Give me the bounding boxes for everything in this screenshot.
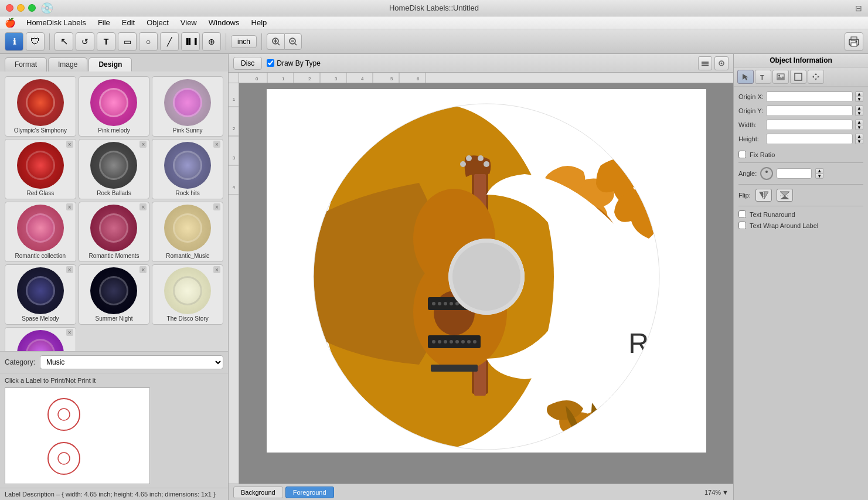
- text-wrap-label[interactable]: Text Wrap Around Label: [750, 222, 818, 229]
- zoom-window-button[interactable]: [28, 4, 36, 12]
- menu-file[interactable]: File: [93, 17, 115, 28]
- zoom-in-button[interactable]: [267, 33, 284, 50]
- draw-by-type-label[interactable]: Draw By Type: [267, 59, 320, 67]
- apple-menu[interactable]: 🍎: [5, 18, 16, 28]
- tab-image[interactable]: Image: [48, 57, 87, 72]
- obj-icon-move[interactable]: [808, 70, 824, 84]
- zoom-dropdown-icon[interactable]: ▼: [722, 489, 729, 496]
- line-tool[interactable]: ╱: [160, 32, 179, 51]
- tab-design[interactable]: Design: [88, 57, 132, 72]
- text-wrap-checkbox[interactable]: [738, 222, 746, 229]
- design-item-summer-night[interactable]: × Summer Night: [79, 264, 150, 325]
- info-button[interactable]: ℹ: [5, 32, 23, 51]
- close-button[interactable]: [6, 4, 13, 12]
- view-icon-btn[interactable]: [714, 56, 729, 70]
- width-input[interactable]: [766, 120, 853, 130]
- print-preview: [5, 387, 150, 484]
- angle-stepper: ▲ ▼: [815, 168, 823, 179]
- rect-tool[interactable]: ▭: [118, 32, 137, 51]
- obj-icon-image[interactable]: [772, 70, 789, 84]
- layers-icon-btn[interactable]: [698, 56, 712, 70]
- angle-down[interactable]: ▼: [815, 174, 823, 179]
- text-tool[interactable]: T: [97, 32, 115, 51]
- tab-foreground[interactable]: Foreground: [285, 487, 334, 498]
- origin-y-input[interactable]: [766, 106, 853, 116]
- width-up[interactable]: ▲: [855, 120, 863, 125]
- close-disco-story[interactable]: ×: [213, 266, 220, 273]
- ruler-corner: [229, 73, 239, 83]
- width-down[interactable]: ▼: [855, 125, 863, 130]
- menu-edit[interactable]: Edit: [117, 17, 139, 28]
- tab-background[interactable]: Background: [233, 487, 283, 498]
- design-item-pink-melody[interactable]: Pink melody: [79, 76, 150, 137]
- barcode-tool[interactable]: ▐▌▐: [181, 32, 200, 51]
- close-spase-melody[interactable]: ×: [66, 266, 73, 273]
- close-rock-ballads[interactable]: ×: [139, 141, 147, 148]
- design-item-romantic-collection[interactable]: × Romantic collection: [5, 202, 76, 262]
- design-item-spase-melody[interactable]: × Spase Melody: [5, 264, 76, 325]
- origin-x-up[interactable]: ▲: [855, 91, 863, 97]
- zoom-level-text: 174%: [704, 489, 721, 496]
- close-summer-night[interactable]: ×: [139, 266, 147, 273]
- flip-horizontal-button[interactable]: [755, 189, 772, 202]
- design-item-rock-ballads[interactable]: × Rock Ballads: [79, 139, 150, 199]
- stamp-tool[interactable]: ⊕: [202, 32, 221, 51]
- minimize-icon[interactable]: ⊟: [855, 4, 862, 13]
- origin-x-down[interactable]: ▼: [855, 97, 863, 102]
- design-scroll-area[interactable]: Olympic's Simphony Pink melody Pink Sunn…: [0, 72, 228, 351]
- design-label-romantic-collection: Romantic collection: [8, 253, 73, 259]
- design-item-violet-step[interactable]: × Violet by Step: [5, 327, 76, 351]
- draw-by-type-text: Draw By Type: [277, 59, 320, 67]
- rotate-tool[interactable]: ↺: [76, 32, 94, 51]
- close-rock-hits[interactable]: ×: [213, 141, 220, 148]
- category-select[interactable]: Music Movies Games Software Other: [40, 355, 223, 369]
- draw-by-type-checkbox[interactable]: [267, 59, 274, 67]
- disc-preview-1[interactable]: [46, 397, 81, 433]
- design-item-pink-sunny[interactable]: Pink Sunny: [152, 76, 223, 137]
- close-romantic-moments[interactable]: ×: [139, 203, 147, 210]
- angle-up[interactable]: ▲: [815, 168, 823, 174]
- text-runaround-checkbox[interactable]: [738, 210, 746, 218]
- menu-object[interactable]: Object: [142, 17, 173, 28]
- obj-icon-pointer[interactable]: [737, 70, 754, 84]
- height-up[interactable]: ▲: [855, 134, 863, 139]
- origin-y-down[interactable]: ▼: [855, 111, 863, 116]
- fix-ratio-label[interactable]: Fix Ratio: [750, 151, 775, 158]
- close-red-glass[interactable]: ×: [66, 141, 73, 148]
- ellipse-tool[interactable]: ○: [139, 32, 158, 51]
- design-item-romantic-moments[interactable]: × Romantic Moments: [79, 202, 150, 262]
- design-item-rock-hits[interactable]: × Rock hits: [152, 139, 223, 199]
- angle-input[interactable]: [777, 168, 812, 179]
- origin-x-input[interactable]: [766, 91, 853, 102]
- menu-windows[interactable]: Windows: [204, 17, 244, 28]
- obj-icon-shape[interactable]: [790, 70, 806, 84]
- design-item-red-glass[interactable]: × Red Glass: [5, 139, 76, 199]
- menu-app[interactable]: HomeDisk Labels: [22, 17, 91, 28]
- fix-ratio-checkbox[interactable]: [738, 151, 746, 158]
- cursor-tool[interactable]: ↖: [55, 32, 73, 51]
- unit-button[interactable]: inch: [231, 35, 257, 48]
- menu-view[interactable]: View: [176, 17, 202, 28]
- height-down[interactable]: ▼: [855, 139, 863, 144]
- design-item-disco-story[interactable]: × The Disco Story: [152, 264, 223, 325]
- design-item-olympics[interactable]: Olympic's Simphony: [5, 76, 76, 137]
- tab-format[interactable]: Format: [5, 57, 47, 72]
- svg-point-67: [432, 340, 435, 343]
- zoom-out-button[interactable]: [284, 33, 302, 50]
- origin-y-up[interactable]: ▲: [855, 106, 863, 111]
- print-button[interactable]: [845, 32, 863, 51]
- height-input[interactable]: [766, 134, 853, 144]
- minimize-button[interactable]: [17, 4, 25, 12]
- close-romantic-music[interactable]: ×: [213, 203, 220, 210]
- obj-icon-text[interactable]: T: [755, 70, 771, 84]
- design-item-romantic-music[interactable]: × Romantic_Music: [152, 202, 223, 262]
- text-runaround-label[interactable]: Text Runaround: [750, 211, 795, 218]
- shield-button[interactable]: 🛡: [26, 32, 45, 51]
- menu-help[interactable]: Help: [247, 17, 272, 28]
- flip-vertical-button[interactable]: [777, 189, 793, 202]
- disc-button[interactable]: Disc: [233, 57, 262, 70]
- close-violet-step[interactable]: ×: [66, 329, 73, 336]
- close-romantic-collection[interactable]: ×: [66, 203, 73, 210]
- disc-preview-2[interactable]: [46, 441, 81, 477]
- canvas-toolbar: Disc Draw By Type: [229, 54, 733, 73]
